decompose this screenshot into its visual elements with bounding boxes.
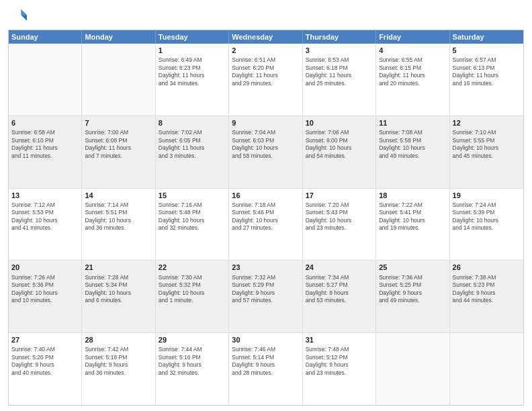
calendar-cell: 5Sunrise: 6:57 AM Sunset: 6:13 PM Daylig… — [450, 44, 523, 116]
calendar-cell: 10Sunrise: 7:06 AM Sunset: 6:00 PM Dayli… — [303, 116, 376, 188]
cell-content: Sunrise: 7:44 AM Sunset: 5:16 PM Dayligh… — [159, 346, 226, 377]
day-number: 7 — [85, 118, 152, 128]
calendar-cell: 14Sunrise: 7:14 AM Sunset: 5:51 PM Dayli… — [82, 189, 155, 261]
day-number: 1 — [159, 46, 226, 55]
calendar-cell: 3Sunrise: 6:53 AM Sunset: 6:18 PM Daylig… — [303, 44, 376, 116]
cell-content: Sunrise: 7:14 AM Sunset: 5:51 PM Dayligh… — [85, 201, 152, 232]
cell-content: Sunrise: 7:32 AM Sunset: 5:29 PM Dayligh… — [232, 274, 299, 305]
page-container: SundayMondayTuesdayWednesdayThursdayFrid… — [0, 0, 532, 411]
day-number: 27 — [11, 335, 79, 345]
calendar-cell: 23Sunrise: 7:32 AM Sunset: 5:29 PM Dayli… — [229, 261, 302, 332]
calendar-cell: 27Sunrise: 7:40 AM Sunset: 5:20 PM Dayli… — [9, 333, 82, 405]
svg-marker-0 — [21, 9, 27, 15]
cell-content: Sunrise: 7:46 AM Sunset: 5:14 PM Dayligh… — [232, 346, 299, 377]
calendar-cell — [9, 44, 82, 116]
calendar-cell: 22Sunrise: 7:30 AM Sunset: 5:32 PM Dayli… — [156, 261, 229, 332]
cell-content: Sunrise: 7:24 AM Sunset: 5:39 PM Dayligh… — [453, 201, 521, 232]
calendar-cell: 20Sunrise: 7:26 AM Sunset: 5:36 PM Dayli… — [9, 261, 82, 332]
day-number: 31 — [306, 335, 373, 345]
cell-content: Sunrise: 7:20 AM Sunset: 5:43 PM Dayligh… — [306, 201, 373, 232]
day-number: 8 — [159, 118, 226, 128]
calendar-cell: 7Sunrise: 7:00 AM Sunset: 6:08 PM Daylig… — [82, 116, 155, 188]
day-number: 29 — [159, 335, 226, 345]
calendar-cell: 25Sunrise: 7:36 AM Sunset: 5:25 PM Dayli… — [376, 261, 449, 332]
weekday-header: Tuesday — [156, 30, 229, 44]
day-number: 21 — [85, 263, 152, 272]
cell-content: Sunrise: 7:22 AM Sunset: 5:41 PM Dayligh… — [379, 201, 446, 232]
calendar-cell: 15Sunrise: 7:16 AM Sunset: 5:48 PM Dayli… — [156, 189, 229, 261]
day-number: 17 — [306, 191, 373, 200]
calendar-cell: 30Sunrise: 7:46 AM Sunset: 5:14 PM Dayli… — [229, 333, 302, 405]
cell-content: Sunrise: 7:36 AM Sunset: 5:25 PM Dayligh… — [379, 274, 446, 305]
cell-content: Sunrise: 7:04 AM Sunset: 6:03 PM Dayligh… — [232, 129, 299, 160]
cell-content: Sunrise: 7:30 AM Sunset: 5:32 PM Dayligh… — [159, 274, 226, 305]
svg-marker-1 — [21, 15, 27, 21]
cell-content: Sunrise: 7:08 AM Sunset: 5:58 PM Dayligh… — [379, 129, 446, 160]
day-number: 23 — [232, 263, 299, 272]
calendar-cell — [450, 333, 523, 405]
calendar-cell: 1Sunrise: 6:49 AM Sunset: 6:23 PM Daylig… — [156, 44, 229, 116]
cell-content: Sunrise: 7:16 AM Sunset: 5:48 PM Dayligh… — [159, 201, 226, 232]
calendar-cell: 13Sunrise: 7:12 AM Sunset: 5:53 PM Dayli… — [9, 189, 82, 261]
page-header — [8, 7, 524, 26]
day-number: 15 — [159, 191, 226, 200]
day-number: 28 — [85, 335, 152, 345]
day-number: 16 — [232, 191, 299, 200]
weekday-header: Friday — [376, 30, 449, 44]
calendar-row: 6Sunrise: 6:58 AM Sunset: 6:10 PM Daylig… — [9, 116, 523, 188]
day-number: 13 — [11, 191, 79, 200]
calendar-header: SundayMondayTuesdayWednesdayThursdayFrid… — [9, 30, 523, 44]
day-number: 19 — [453, 191, 521, 200]
day-number: 10 — [306, 118, 373, 128]
logo-icon — [8, 7, 27, 26]
cell-content: Sunrise: 7:12 AM Sunset: 5:53 PM Dayligh… — [11, 201, 79, 232]
cell-content: Sunrise: 7:26 AM Sunset: 5:36 PM Dayligh… — [11, 274, 79, 305]
calendar-cell: 29Sunrise: 7:44 AM Sunset: 5:16 PM Dayli… — [156, 333, 229, 405]
day-number: 11 — [379, 118, 446, 128]
calendar-cell: 4Sunrise: 6:55 AM Sunset: 6:15 PM Daylig… — [376, 44, 449, 116]
day-number: 20 — [11, 263, 79, 272]
day-number: 4 — [379, 46, 446, 55]
cell-content: Sunrise: 6:51 AM Sunset: 6:20 PM Dayligh… — [232, 56, 299, 87]
cell-content: Sunrise: 7:42 AM Sunset: 5:18 PM Dayligh… — [85, 346, 152, 377]
cell-content: Sunrise: 6:55 AM Sunset: 6:15 PM Dayligh… — [379, 56, 446, 87]
weekday-header: Monday — [82, 30, 155, 44]
day-number: 26 — [453, 263, 521, 272]
calendar-cell: 16Sunrise: 7:18 AM Sunset: 5:46 PM Dayli… — [229, 189, 302, 261]
cell-content: Sunrise: 7:18 AM Sunset: 5:46 PM Dayligh… — [232, 201, 299, 232]
calendar-cell: 17Sunrise: 7:20 AM Sunset: 5:43 PM Dayli… — [303, 189, 376, 261]
calendar-cell: 2Sunrise: 6:51 AM Sunset: 6:20 PM Daylig… — [229, 44, 302, 116]
calendar-body: 1Sunrise: 6:49 AM Sunset: 6:23 PM Daylig… — [9, 44, 523, 405]
calendar-row: 1Sunrise: 6:49 AM Sunset: 6:23 PM Daylig… — [9, 44, 523, 116]
calendar: SundayMondayTuesdayWednesdayThursdayFrid… — [8, 30, 524, 406]
day-number: 25 — [379, 263, 446, 272]
calendar-row: 13Sunrise: 7:12 AM Sunset: 5:53 PM Dayli… — [9, 188, 523, 261]
calendar-cell: 21Sunrise: 7:28 AM Sunset: 5:34 PM Dayli… — [82, 261, 155, 332]
calendar-cell: 18Sunrise: 7:22 AM Sunset: 5:41 PM Dayli… — [376, 189, 449, 261]
cell-content: Sunrise: 6:57 AM Sunset: 6:13 PM Dayligh… — [453, 56, 521, 87]
day-number: 22 — [159, 263, 226, 272]
logo — [8, 7, 30, 26]
calendar-cell: 19Sunrise: 7:24 AM Sunset: 5:39 PM Dayli… — [450, 189, 523, 261]
cell-content: Sunrise: 7:48 AM Sunset: 5:12 PM Dayligh… — [306, 346, 373, 377]
cell-content: Sunrise: 7:34 AM Sunset: 5:27 PM Dayligh… — [306, 274, 373, 305]
weekday-header: Thursday — [303, 30, 376, 44]
cell-content: Sunrise: 7:10 AM Sunset: 5:55 PM Dayligh… — [453, 129, 521, 160]
day-number: 12 — [453, 118, 521, 128]
calendar-cell: 12Sunrise: 7:10 AM Sunset: 5:55 PM Dayli… — [450, 116, 523, 188]
cell-content: Sunrise: 6:58 AM Sunset: 6:10 PM Dayligh… — [11, 129, 79, 160]
cell-content: Sunrise: 7:02 AM Sunset: 6:05 PM Dayligh… — [159, 129, 226, 160]
weekday-header: Sunday — [9, 30, 82, 44]
calendar-row: 20Sunrise: 7:26 AM Sunset: 5:36 PM Dayli… — [9, 260, 523, 332]
calendar-cell — [82, 44, 155, 116]
day-number: 6 — [11, 118, 79, 128]
cell-content: Sunrise: 7:38 AM Sunset: 5:23 PM Dayligh… — [453, 274, 521, 305]
calendar-cell: 28Sunrise: 7:42 AM Sunset: 5:18 PM Dayli… — [82, 333, 155, 405]
calendar-cell: 8Sunrise: 7:02 AM Sunset: 6:05 PM Daylig… — [156, 116, 229, 188]
day-number: 5 — [453, 46, 521, 55]
cell-content: Sunrise: 7:00 AM Sunset: 6:08 PM Dayligh… — [85, 129, 152, 160]
day-number: 24 — [306, 263, 373, 272]
cell-content: Sunrise: 6:53 AM Sunset: 6:18 PM Dayligh… — [306, 56, 373, 87]
day-number: 9 — [232, 118, 299, 128]
calendar-cell: 24Sunrise: 7:34 AM Sunset: 5:27 PM Dayli… — [303, 261, 376, 332]
